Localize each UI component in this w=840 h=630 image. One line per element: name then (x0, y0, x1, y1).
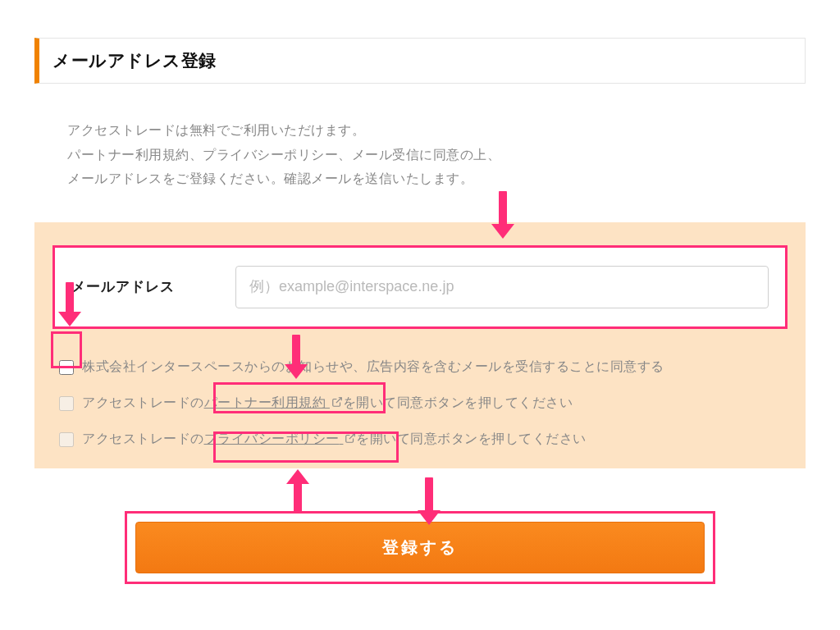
consent-block: 株式会社インタースペースからのお知らせや、広告内容を含むメールを受信することに同… (52, 329, 788, 449)
consent-row-3: アクセストレードの プライバシーポリシー を開いて同意ボタンを押してください (57, 431, 783, 449)
svg-line-0 (336, 398, 341, 403)
consent-pre-2: アクセストレードの (82, 395, 204, 412)
consent-pre-3: アクセストレードの (82, 431, 204, 448)
partner-terms-link-text: パートナー利用規約 (204, 395, 326, 409)
section-header: メールアドレス登録 (34, 38, 806, 84)
intro-line-3: メールアドレスをご登録ください。確認メールを送信いたします。 (67, 167, 806, 191)
external-link-icon (331, 396, 343, 411)
consent-post-2: を開いて同意ボタンを押してください (343, 395, 573, 412)
consent-checkbox-terms[interactable] (59, 396, 74, 411)
partner-terms-link[interactable]: パートナー利用規約 (204, 395, 343, 412)
external-link-icon (345, 432, 356, 447)
consent-row-2: アクセストレードの パートナー利用規約 を開いて同意ボタンを押してください (57, 395, 783, 413)
registration-form-card: メールアドレス 株式会社インタースペースからのお知らせや、広告内容を含むメールを… (34, 222, 806, 468)
intro-line-1: アクセストレードは無料でご利用いただけます。 (67, 118, 806, 143)
intro-text-block: アクセストレードは無料でご利用いただけます。 パートナー利用規約、プライバシーポ… (34, 84, 806, 191)
consent-post-3: を開いて同意ボタンを押してください (356, 431, 587, 448)
svg-line-1 (349, 434, 354, 439)
consent-row-1: 株式会社インタースペースからのお知らせや、広告内容を含むメールを受信することに同… (57, 358, 783, 377)
consent-checkbox-news[interactable] (59, 360, 74, 375)
submit-highlight-box: 登録する (125, 511, 715, 584)
consent-text-1: 株式会社インタースペースからのお知らせや、広告内容を含むメールを受信することに同… (82, 358, 664, 376)
email-label: メールアドレス (71, 277, 235, 296)
intro-line-2: パートナー利用規約、プライバシーポリシー、メール受信に同意の上、 (67, 143, 806, 167)
email-field-row: メールアドレス (52, 245, 788, 329)
email-input[interactable] (235, 266, 769, 308)
privacy-policy-link[interactable]: プライバシーポリシー (204, 431, 357, 448)
privacy-policy-link-text: プライバシーポリシー (204, 431, 340, 445)
consent-checkbox-privacy[interactable] (59, 432, 74, 447)
register-button[interactable]: 登録する (135, 522, 705, 573)
